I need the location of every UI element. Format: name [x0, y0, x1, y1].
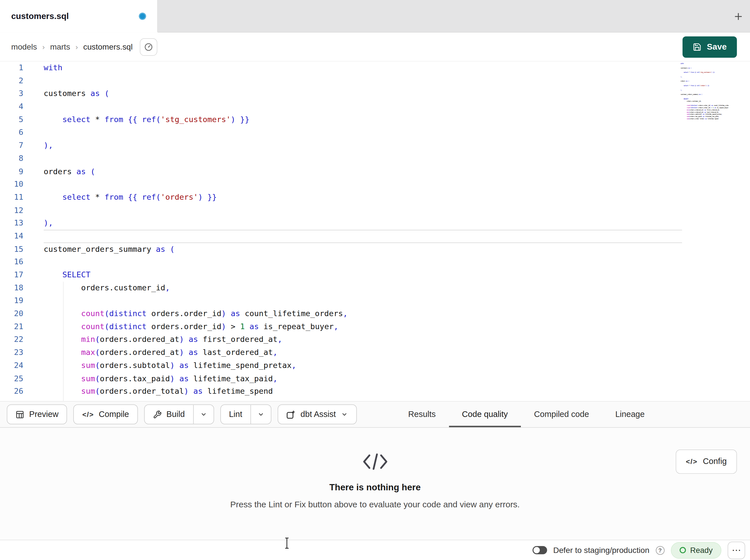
table-icon: [16, 410, 24, 419]
code-line-text: SELECT: [680, 98, 688, 100]
compile-button[interactable]: </> Compile: [74, 405, 138, 424]
breadcrumb-item[interactable]: marts: [50, 42, 70, 51]
dbt-assist-button[interactable]: dbt Assist: [278, 405, 357, 424]
code-line-18[interactable]: 18 orders.customer_id,: [0, 282, 750, 295]
tab-compiled-code-label: Compiled code: [534, 410, 589, 419]
code-line-text: sum(orders.order_total) as lifetime_spen…: [44, 385, 273, 398]
file-tab-customers-sql[interactable]: customers.sql: [0, 0, 158, 33]
line-number: 15: [0, 243, 23, 256]
code-line-21[interactable]: 21 count(distinct orders.order_id) > 1 a…: [0, 320, 750, 333]
code-line-text: customer_orders_summary as (: [680, 94, 702, 95]
lint-options-button[interactable]: [250, 405, 271, 424]
minimap-line: orders as (: [680, 80, 728, 82]
plus-icon: [733, 12, 743, 21]
code-line-14[interactable]: 14: [0, 230, 750, 243]
code-line-text: with: [44, 61, 62, 75]
minimap-line: [680, 69, 728, 71]
config-button[interactable]: </> Config: [676, 450, 737, 474]
code-line-5[interactable]: 5 select * from {{ ref('stg_customers') …: [0, 113, 750, 126]
code-line-text: orders as (: [44, 165, 95, 178]
wrench-icon: [153, 410, 162, 419]
code-line-7[interactable]: 7),: [0, 139, 750, 152]
line-number: 4: [0, 100, 23, 113]
code-line-1[interactable]: 1with: [0, 61, 750, 75]
line-number: 16: [0, 256, 23, 269]
breadcrumb-item[interactable]: models: [11, 42, 37, 51]
code-line-23[interactable]: 23 max(orders.ordered_at) as last_ordere…: [0, 347, 750, 359]
preview-button[interactable]: Preview: [7, 405, 67, 424]
code-line-3[interactable]: 3customers as (: [0, 87, 750, 101]
code-line-text: select * from {{ ref('orders') }}: [44, 191, 217, 204]
tab-compiled-code[interactable]: Compiled code: [521, 402, 602, 428]
code-line-24[interactable]: 24 sum(orders.subtotal) as lifetime_spen…: [0, 359, 750, 372]
code-line-6[interactable]: 6: [0, 126, 750, 139]
code-line-11[interactable]: 11 select * from {{ ref('orders') }}: [0, 191, 750, 204]
overflow-menu-button[interactable]: ⋯: [728, 541, 745, 559]
ready-status-badge[interactable]: Ready: [671, 542, 722, 558]
code-line-4[interactable]: 4: [0, 100, 750, 113]
minimap-line: sum(orders.tax_paid) as lifetime_tax_pai…: [680, 116, 728, 118]
line-number: 19: [0, 295, 23, 308]
code-line-text: count(distinct orders.order_id) > 1 as i…: [680, 107, 728, 108]
toolbar-buttons: Preview </> Compile Build: [7, 402, 357, 428]
build-label: Build: [166, 410, 185, 419]
lint-split-button: Lint: [220, 405, 271, 424]
minimap[interactable]: withcustomers as ( select * from {{ ref(…: [680, 63, 728, 120]
minimap-line: count(distinct orders.order_id) as count…: [680, 105, 728, 107]
minimap-line: with: [680, 63, 728, 65]
code-line-16[interactable]: 16: [0, 256, 750, 269]
code-line-8[interactable]: 8: [0, 152, 750, 165]
status-bar-right: Defer to staging/production ? Ready ⋯: [532, 541, 745, 559]
save-button[interactable]: Save: [683, 36, 737, 58]
file-state-button[interactable]: [140, 38, 157, 56]
minimap-line: SELECT: [680, 98, 728, 100]
build-options-button[interactable]: [193, 405, 214, 424]
compile-label: Compile: [99, 410, 129, 419]
tab-results[interactable]: Results: [395, 402, 449, 428]
editor-toolbar: Preview </> Compile Build: [0, 401, 750, 428]
code-line-22[interactable]: 22 min(orders.ordered_at) as first_order…: [0, 333, 750, 347]
panel-tabs: Results Code quality Compiled code Linea…: [395, 402, 657, 428]
code-editor[interactable]: 1with23customers as (45 select * from {{…: [0, 61, 750, 401]
code-line-text: max(orders.ordered_at) as last_ordered_a…: [44, 347, 278, 359]
minimap-line: count(distinct orders.order_id) > 1 as i…: [680, 107, 728, 109]
line-number: 23: [0, 347, 23, 359]
code-line-19[interactable]: 19: [0, 295, 750, 308]
new-tab-button[interactable]: [729, 7, 748, 26]
line-number: 26: [0, 385, 23, 398]
minimap-line: [680, 96, 728, 98]
breadcrumb-item[interactable]: customers.sql: [83, 42, 133, 51]
code-line-text: orders.customer_id,: [680, 100, 701, 102]
breadcrumb: models›marts›customers.sql: [11, 42, 133, 51]
build-button[interactable]: Build: [145, 405, 193, 424]
lint-button[interactable]: Lint: [221, 405, 250, 424]
code-line-20[interactable]: 20 count(distinct orders.order_id) as co…: [0, 307, 750, 320]
code-line-25[interactable]: 25 sum(orders.tax_paid) as lifetime_tax_…: [0, 372, 750, 385]
line-number: 24: [0, 359, 23, 372]
minimap-line: customers as (: [680, 67, 728, 69]
unsaved-changes-dot-icon: [139, 13, 146, 20]
help-icon[interactable]: ?: [656, 546, 664, 555]
code-line-12[interactable]: 12: [0, 204, 750, 217]
code-line-text: ),: [680, 76, 682, 78]
code-line-2[interactable]: 2: [0, 75, 750, 87]
code-line-text: orders as (: [680, 80, 689, 82]
line-number: 11: [0, 191, 23, 204]
line-number: 18: [0, 282, 23, 295]
minimap-line: select * from {{ ref('stg_customers') }}: [680, 71, 728, 74]
tab-code-quality-label: Code quality: [462, 410, 508, 419]
chevron-down-icon: [340, 411, 348, 418]
tab-code-quality[interactable]: Code quality: [449, 402, 521, 428]
dbt-assist-label: dbt Assist: [300, 410, 336, 419]
code-line-26[interactable]: 26 sum(orders.order_total) as lifetime_s…: [0, 385, 750, 398]
defer-toggle[interactable]: [532, 546, 547, 554]
code-line-text: ),: [44, 139, 53, 152]
code-line-17[interactable]: 17 SELECT: [0, 269, 750, 282]
code-line-9[interactable]: 9orders as (: [0, 165, 750, 178]
chevron-down-icon: [200, 411, 207, 418]
tab-lineage[interactable]: Lineage: [602, 402, 658, 428]
code-line-15[interactable]: 15customer_orders_summary as (: [0, 243, 750, 256]
code-line-10[interactable]: 10: [0, 178, 750, 191]
code-line-13[interactable]: 13),: [0, 217, 750, 230]
code-line-text: orders.customer_id,: [44, 282, 170, 295]
